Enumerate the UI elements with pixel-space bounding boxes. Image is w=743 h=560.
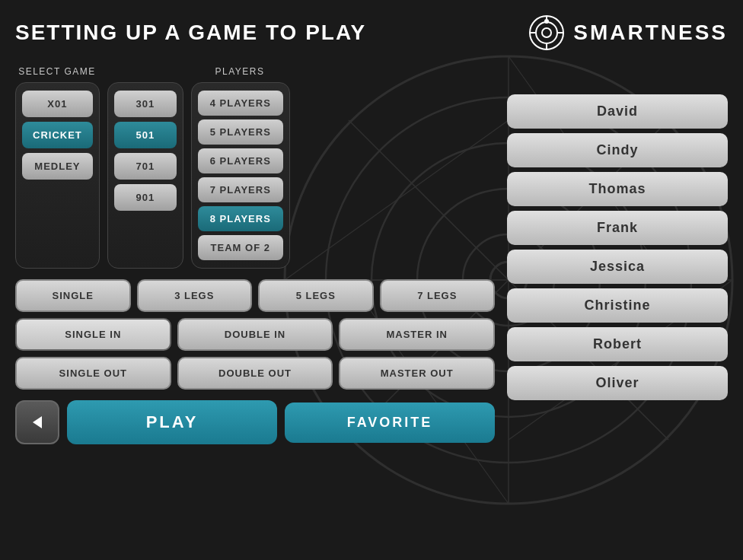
svg-marker-22 (33, 416, 42, 428)
svg-point-15 (536, 22, 557, 43)
player-frank-btn[interactable]: Frank (507, 211, 728, 245)
svg-point-16 (542, 28, 551, 37)
main-content: SELECT GAME PLAYERS X01 CRICKET MEDLEY (15, 64, 728, 444)
smartness-logo-icon (528, 14, 566, 52)
players-5-btn[interactable]: 5 PLAYERS (198, 119, 283, 145)
leg-options-row: SINGLE 3 LEGS 5 LEGS 7 LEGS (15, 279, 495, 312)
players-label: PLAYERS (215, 66, 265, 77)
single-btn[interactable]: SINGLE (15, 279, 131, 312)
players-teamof2-btn[interactable]: TEAM OF 2 (198, 235, 283, 260)
player-thomas-btn[interactable]: Thomas (507, 172, 728, 206)
options-section: SINGLE 3 LEGS 5 LEGS 7 LEGS SINGLE IN DO… (15, 279, 495, 390)
players-6-btn[interactable]: 6 PLAYERS (198, 148, 283, 173)
7legs-btn[interactable]: 7 LEGS (380, 279, 496, 312)
doublein-btn[interactable]: DOUBLE IN (177, 318, 333, 351)
out-options-row: SINGLE OUT DOUBLE OUT MASTER OUT (15, 357, 495, 390)
favorite-button[interactable]: FAVORITE (285, 402, 495, 443)
player-oliver-btn[interactable]: Oliver (507, 366, 728, 400)
back-arrow-icon (28, 413, 46, 431)
in-options-row: SINGLE IN DOUBLE IN MASTER IN (15, 318, 495, 351)
num-players-column: 4 PLAYERS 5 PLAYERS 6 PLAYERS 7 PLAYERS … (191, 82, 290, 269)
player-jessica-btn[interactable]: Jessica (507, 250, 728, 284)
page-title: SETTING UP A GAME TO PLAY (15, 21, 366, 45)
player-christine-btn[interactable]: Christine (507, 288, 728, 323)
doubleout-btn[interactable]: DOUBLE OUT (177, 357, 333, 390)
score-701-btn[interactable]: 701 (114, 153, 177, 180)
left-panel: SELECT GAME PLAYERS X01 CRICKET MEDLEY (15, 64, 495, 444)
svg-point-21 (544, 19, 549, 24)
player-robert-btn[interactable]: Robert (507, 327, 728, 361)
logo: SMARTNESS (528, 14, 728, 52)
play-button[interactable]: PLAY (67, 400, 277, 444)
game-x01-btn[interactable]: X01 (22, 91, 93, 117)
back-button[interactable] (15, 400, 59, 444)
players-7-btn[interactable]: 7 PLAYERS (198, 177, 283, 202)
5legs-btn[interactable]: 5 LEGS (258, 279, 374, 312)
game-type-column: X01 CRICKET MEDLEY (15, 82, 100, 269)
right-panel: David Cindy Thomas Frank Jessica Christi… (507, 64, 728, 444)
singleout-btn[interactable]: SINGLE OUT (15, 357, 171, 390)
masterout-btn[interactable]: MASTER OUT (339, 357, 495, 390)
player-cindy-btn[interactable]: Cindy (507, 133, 728, 167)
players-4-btn[interactable]: 4 PLAYERS (198, 91, 283, 116)
score-901-btn[interactable]: 901 (114, 184, 177, 211)
players-8-btn[interactable]: 8 PLAYERS (198, 206, 283, 231)
action-row: PLAY FAVORITE (15, 400, 495, 444)
player-david-btn[interactable]: David (507, 94, 728, 129)
singlein-btn[interactable]: SINGLE IN (15, 318, 171, 351)
game-medley-btn[interactable]: MEDLEY (22, 153, 93, 180)
game-selection-area: X01 CRICKET MEDLEY 301 501 701 901 4 PLA… (15, 82, 495, 269)
header: SETTING UP A GAME TO PLAY SMARTNESS (15, 14, 728, 52)
select-game-label: SELECT GAME (18, 66, 96, 77)
score-column: 301 501 701 901 (107, 82, 183, 269)
3legs-btn[interactable]: 3 LEGS (137, 279, 253, 312)
score-501-btn[interactable]: 501 (114, 122, 177, 148)
logo-text: SMARTNESS (573, 21, 728, 45)
game-cricket-btn[interactable]: CRICKET (22, 122, 93, 148)
score-301-btn[interactable]: 301 (114, 91, 177, 117)
masterin-btn[interactable]: MASTER IN (339, 318, 495, 351)
